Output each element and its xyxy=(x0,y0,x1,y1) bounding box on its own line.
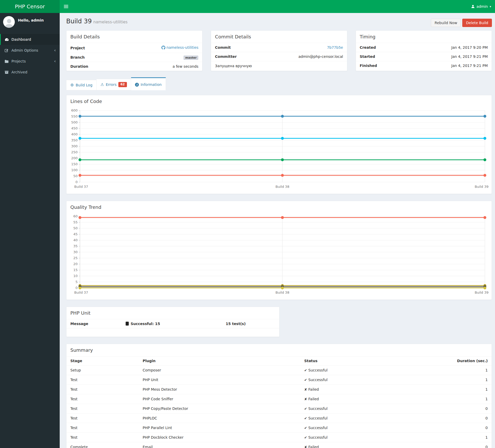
commit-details-title: Commit Details xyxy=(211,31,347,43)
build-title: Build 39 xyxy=(66,18,92,25)
php-unit-title: PHP Unit xyxy=(66,307,279,319)
cross-icon: ✘ xyxy=(304,397,307,401)
summary-title: Summary xyxy=(66,344,492,356)
summary-table: Stage Plugin Status Duration (sec.) Setu… xyxy=(66,356,492,448)
user-name: admin xyxy=(477,4,488,9)
archive-icon xyxy=(5,71,11,74)
svg-text:5: 5 xyxy=(76,280,78,284)
started-label: Started xyxy=(360,54,375,59)
table-row: SetupComposer✔Successful1 xyxy=(66,366,492,375)
status-badge: Successful xyxy=(308,406,328,411)
svg-text:15: 15 xyxy=(73,268,78,272)
sidebar-item-projects[interactable]: Projects‹ xyxy=(0,56,60,67)
phpunit-tests: 15 test(s) xyxy=(222,319,279,328)
svg-text:0: 0 xyxy=(76,286,78,290)
page-actions: Rebuild Now Delete Build xyxy=(431,18,492,27)
col-status: Status xyxy=(300,356,432,366)
stage-cell: Setup xyxy=(66,366,139,375)
caret-down-icon: ▾ xyxy=(490,5,491,8)
duration-cell: 0 xyxy=(432,442,492,448)
edit-icon xyxy=(5,49,11,52)
svg-text:35: 35 xyxy=(73,244,78,248)
app-root: PHP Censor admin ▾ Hello, admin xyxy=(0,0,495,448)
svg-text:250: 250 xyxy=(71,150,78,154)
tab-information[interactable]: iInformation xyxy=(131,77,166,90)
stage-cell: Test xyxy=(66,413,139,423)
errors-count-badge: 62 xyxy=(118,82,127,87)
table-row: TestPHPLOC✔Successful0 xyxy=(66,413,492,423)
committer-label: Committer xyxy=(215,54,237,59)
svg-text:60: 60 xyxy=(73,214,78,218)
svg-text:20: 20 xyxy=(73,262,78,266)
sidebar-item-archived[interactable]: Archived xyxy=(0,67,60,78)
sidebar-item-label: Dashboard xyxy=(11,37,56,42)
svg-text:300: 300 xyxy=(71,144,78,148)
rebuild-now-button[interactable]: Rebuild Now xyxy=(431,19,461,27)
project-row: Projectnameless-utilities xyxy=(66,43,202,53)
sidebar-item-admin-options[interactable]: Admin Options‹ xyxy=(0,45,60,56)
finished-row: FinishedJan 4, 2017 9:21 PM xyxy=(356,61,492,70)
duration-row: Durationa few seconds xyxy=(66,62,202,71)
navbar-right: admin ▾ xyxy=(471,4,495,9)
svg-text:25: 25 xyxy=(73,256,78,260)
duration-cell: 0 xyxy=(432,413,492,423)
content-header: Build 39nameless-utilities Rebuild Now D… xyxy=(66,16,492,28)
chevron-left-icon: ‹ xyxy=(54,59,56,63)
navbar: admin ▾ xyxy=(60,0,495,13)
cross-icon: ✘ xyxy=(304,445,307,448)
sidebar-toggle-button[interactable] xyxy=(60,0,72,13)
table-row: CompleteEmail✘Failed0 xyxy=(66,442,492,448)
plugin-cell: PHP Docblock Checker xyxy=(139,433,300,442)
plugin-cell: PHP Copy/Paste Detector xyxy=(139,404,300,413)
svg-text:150: 150 xyxy=(71,162,78,166)
plugin-cell: PHP Unit xyxy=(139,375,300,385)
duration-cell: 1 xyxy=(432,366,492,375)
plugin-cell: PHP Code Sniffer xyxy=(139,394,300,404)
commit-row: Commit7b77b5e xyxy=(211,43,347,52)
x-axis-label: Build 38 xyxy=(275,291,289,294)
table-row: TestPHP Parallel Lint✔Successful0 xyxy=(66,423,492,433)
status-cell: ✘Failed xyxy=(300,442,432,448)
status-cell: ✔Successful xyxy=(300,433,432,442)
gears-icon: ⚙ xyxy=(70,83,74,87)
lines-of-code-title: Lines of Code xyxy=(66,95,492,107)
branch-row: Branchmaster xyxy=(66,53,202,62)
svg-text:10: 10 xyxy=(73,274,78,278)
stage-cell: Test xyxy=(66,433,139,442)
sidebar-menu-entry: Projects‹ xyxy=(0,56,60,67)
table-row: TestPHP Unit✔Successful1 xyxy=(66,375,492,385)
svg-text:200: 200 xyxy=(71,156,78,160)
svg-text:0: 0 xyxy=(76,180,78,184)
status-badge: Failed xyxy=(308,445,319,448)
tab-errors[interactable]: ⚠Errors62 xyxy=(97,79,131,90)
quality-trend-panel: Quality Trend 051015202530354045505560Bu… xyxy=(66,201,492,300)
svg-text:350: 350 xyxy=(71,138,78,142)
chevron-left-icon: ‹ xyxy=(54,48,56,52)
x-axis-label: Build 39 xyxy=(475,291,489,294)
duration-label: Duration xyxy=(70,64,88,68)
svg-text:450: 450 xyxy=(71,126,78,130)
app-logo[interactable]: PHP Censor xyxy=(0,0,60,13)
svg-text:500: 500 xyxy=(71,120,78,124)
timing-panel: Timing CreatedJan 4, 2017 9:20 PMStarted… xyxy=(356,30,492,71)
sidebar-item-label: Admin Options xyxy=(11,48,54,52)
tab-label: Errors xyxy=(106,82,117,87)
status-badge: Successful xyxy=(308,435,328,439)
status-cell: ✔Successful xyxy=(300,366,432,375)
duration-cell: 1 xyxy=(432,385,492,394)
project-label: Project xyxy=(70,46,85,50)
folder-icon xyxy=(5,60,11,63)
commit-link[interactable]: 7b77b5e xyxy=(327,45,343,50)
user-menu[interactable]: admin ▾ xyxy=(471,4,491,9)
project-link[interactable]: nameless-utilities xyxy=(161,45,198,50)
svg-text:550: 550 xyxy=(71,114,78,118)
tab-build-log[interactable]: ⚙Build Log xyxy=(66,80,97,90)
status-badge: Successful xyxy=(308,378,328,382)
duration-value: a few seconds xyxy=(173,64,199,68)
plugin-cell: Email xyxy=(139,442,300,448)
delete-build-button[interactable]: Delete Build xyxy=(462,19,492,27)
sidebar-item-dashboard[interactable]: Dashboard xyxy=(0,34,60,45)
top-navbar: PHP Censor admin ▾ xyxy=(0,0,495,13)
sidebar: Hello, admin DashboardAdmin Options‹Proj… xyxy=(0,13,60,448)
tab-label: Build Log xyxy=(76,83,92,87)
